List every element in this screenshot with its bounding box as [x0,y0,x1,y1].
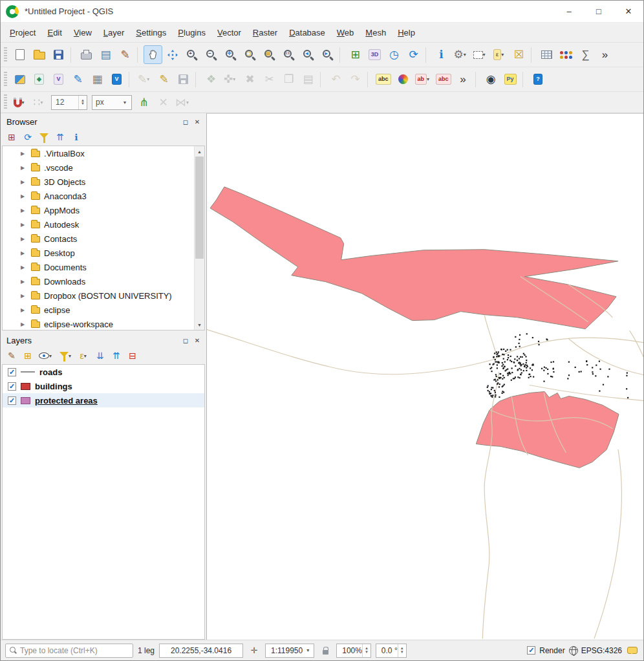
expand-arrow-icon[interactable] [21,179,27,185]
new-geopackage-layer[interactable]: ◆ [30,70,48,89]
pan-map[interactable] [144,45,162,64]
temporal-controller[interactable]: ◷ [385,45,403,64]
add-feature[interactable]: ❖ [202,70,220,89]
new-print-layout[interactable] [77,45,96,64]
pan-to-selection[interactable] [163,45,182,64]
run-feature-action[interactable]: ⚙ [451,45,470,64]
snapping-on-intersection[interactable]: ✕ [154,93,173,112]
expand-arrow-icon[interactable] [21,151,27,157]
deselect-features[interactable]: ☒ [510,45,528,64]
menu-settings[interactable]: Settings [130,25,172,41]
lock-scale-icon[interactable] [319,644,332,658]
zoom-last[interactable]: ◂ [299,45,317,64]
field-calculator[interactable] [557,45,575,64]
map-canvas[interactable] [206,113,643,640]
menu-help[interactable]: Help [392,25,421,41]
new-spatialite-layer[interactable]: ✎ [69,70,87,89]
browser-item-anaconda3[interactable]: Anaconda3 [3,189,204,203]
menu-plugins[interactable]: Plugins [172,25,211,41]
layer-item-protected-areas[interactable]: protected areas [3,393,204,407]
menu-mesh[interactable]: Mesh [360,25,392,41]
layer-visibility-checkbox[interactable] [8,368,16,376]
data-source-manager[interactable] [10,70,29,89]
menu-project[interactable]: Project [4,25,41,41]
zoom-to-layer[interactable]: ▤ [260,45,279,64]
refresh-map[interactable]: ⟳ [404,45,423,64]
layers-close-button[interactable]: ✕ [192,335,202,345]
select-features[interactable] [471,45,489,64]
save-layer-edits[interactable] [174,70,193,89]
toolbar-grip[interactable] [4,94,7,110]
save-project[interactable] [49,45,68,64]
zoom-in[interactable]: + [182,45,201,64]
close-button[interactable]: ✕ [614,1,643,23]
scroll-up-icon[interactable]: ▲ [195,146,204,157]
style-manager[interactable]: ✎ [116,45,134,64]
toggle-editing[interactable]: ✎ [155,70,173,89]
properties-widget[interactable]: ℹ [69,130,83,144]
toolbar-overflow-2[interactable]: » [454,70,473,89]
menu-vector[interactable]: Vector [211,25,247,41]
toolbar-grip[interactable] [4,47,7,63]
layers-float-button[interactable]: ◻ [180,335,191,345]
remove-layer[interactable]: ⊟ [125,349,140,363]
open-project[interactable] [30,45,48,64]
collapse-all[interactable]: ⇈ [53,130,67,144]
undo[interactable]: ↶ [327,70,345,89]
toolbar-grip[interactable] [4,72,7,87]
coordinate-input[interactable] [160,646,242,655]
spin-arrows-icon[interactable]: ▲▼ [78,96,87,109]
highlight-pinned-labels[interactable]: abc [434,70,453,89]
filter-browser[interactable] [37,130,51,144]
redo[interactable]: ↷ [346,70,365,89]
expand-arrow-icon[interactable] [21,193,27,199]
layer-item-roads[interactable]: roads [3,365,204,379]
crs-indicator[interactable]: EPSG:4326 [569,646,622,655]
spin-arrows-icon[interactable]: ▲▼ [398,644,406,657]
scrollbar-thumb[interactable] [195,157,204,259]
layer-diagram-options[interactable] [394,70,413,89]
toolbar-overflow[interactable]: » [596,45,614,64]
delete-selected[interactable]: ✖ [241,70,259,89]
browser-item-desktop[interactable]: Desktop [3,246,204,260]
locate-input[interactable] [20,646,129,655]
enable-tracing[interactable]: ⋈ [173,93,193,112]
metasearch[interactable]: ◉ [482,70,500,89]
select-by-expression[interactable]: ε [490,45,509,64]
maximize-button[interactable]: □ [584,1,614,23]
spin-arrows-icon[interactable]: ▲▼ [362,644,370,657]
expand-arrow-icon[interactable] [21,222,27,228]
locate-box[interactable] [5,644,133,658]
identify-features[interactable]: ℹ [432,45,451,64]
expand-arrow-icon[interactable] [21,236,27,242]
snapping-tolerance-spin[interactable]: 12▲▼ [51,95,87,110]
menu-raster[interactable]: Raster [247,25,283,41]
menu-web[interactable]: Web [331,25,360,41]
browser-item-autodesk[interactable]: Autodesk [3,217,204,232]
coordinate-box[interactable] [159,644,243,658]
layer-visibility-checkbox[interactable] [8,382,16,391]
layer-item-buildings[interactable]: buildings [3,379,204,393]
menu-database[interactable]: Database [283,25,331,41]
zoom-next[interactable]: ▸ [318,45,337,64]
statistical-summary[interactable]: ∑ [576,45,595,64]
browser-close-button[interactable]: ✕ [192,116,202,127]
menu-view[interactable]: View [68,25,98,41]
scroll-down-icon[interactable]: ▼ [195,320,204,330]
render-checkbox[interactable] [527,646,535,655]
new-temporary-scratch-layer[interactable]: ▦ [88,70,107,89]
new-map-view[interactable]: ⊞ [346,45,365,64]
expand-arrow-icon[interactable] [21,307,27,313]
browser-item-vscode[interactable]: .vscode [3,160,204,175]
zoom-to-selection[interactable]: ▢ [241,45,259,64]
current-edits[interactable]: ✎ [135,70,154,89]
zoom-full[interactable]: ✛ [221,45,240,64]
help-contents[interactable]: ? [529,70,548,89]
manage-map-themes[interactable] [37,349,56,363]
open-layer-styling[interactable]: ✎ [5,349,19,363]
show-layout-manager[interactable]: ▤ [96,45,115,64]
expand-arrow-icon[interactable] [21,265,27,270]
new-project[interactable] [10,45,29,64]
filter-by-expression[interactable]: ε [77,349,91,363]
pin-unpin-labels[interactable]: ab [413,70,434,89]
